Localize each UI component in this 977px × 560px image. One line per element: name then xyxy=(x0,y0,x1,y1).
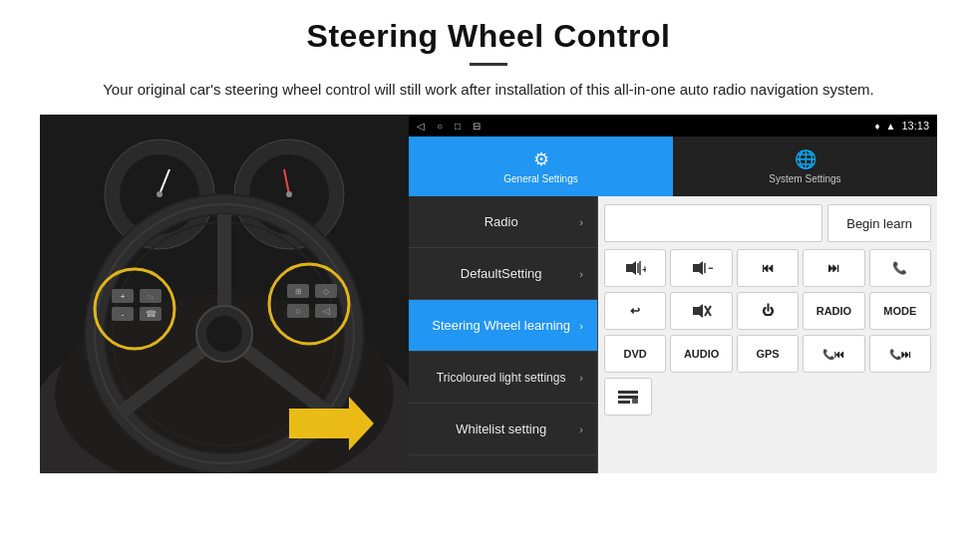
control-btn-row-1: + − ⏮ ⏭ 📞 xyxy=(604,249,931,287)
title-divider xyxy=(470,63,507,66)
main-content: Radio › DefaultSetting › Steering Wheel … xyxy=(409,196,937,473)
tel-prev-button[interactable]: 📞⏮ xyxy=(803,335,864,373)
menu-icon[interactable]: ⊟ xyxy=(473,121,481,132)
radio-button[interactable]: RADIO xyxy=(803,292,864,330)
mode-button[interactable]: MODE xyxy=(869,292,931,330)
begin-learn-row: Begin learn xyxy=(604,202,931,244)
status-bar-nav-icons: ◁ ○ □ ⊟ xyxy=(417,121,481,132)
svg-text:◇: ◇ xyxy=(323,287,330,296)
vol-up-button[interactable]: + xyxy=(604,249,666,287)
status-bar-info: ♦ ▲ 13:13 xyxy=(874,120,929,132)
right-panel: Begin learn + − ⏮ ⏭ 📞 xyxy=(598,196,937,473)
chevron-right-icon: › xyxy=(579,216,583,228)
content-row: + - ↑↓ ☎ ⊞ ◇ ○ ◁ xyxy=(40,115,937,473)
menu-item-steering-wheel[interactable]: Steering Wheel learning › xyxy=(409,300,597,352)
audio-button[interactable]: AUDIO xyxy=(670,335,732,373)
next-track-button[interactable]: ⏭ xyxy=(803,249,864,287)
svg-rect-49 xyxy=(618,391,638,394)
svg-text:☎: ☎ xyxy=(146,309,157,319)
svg-text:⊞: ⊞ xyxy=(295,287,302,296)
power-button[interactable]: ⏻ xyxy=(737,292,799,330)
svg-text:↑↓: ↑↓ xyxy=(148,293,155,300)
tel-next-button[interactable]: 📞⏭ xyxy=(869,335,931,373)
svg-text:−: − xyxy=(708,261,713,275)
tab-bar: ⚙ General Settings 🌐 System Settings xyxy=(409,137,937,196)
phone-answer-button[interactable]: 📞 xyxy=(869,249,931,287)
globe-icon: 🌐 xyxy=(795,148,816,170)
tab-general-settings[interactable]: ⚙ General Settings xyxy=(409,137,673,196)
chevron-right-icon: › xyxy=(579,320,583,332)
chevron-right-icon: › xyxy=(579,268,583,280)
control-btn-row-3: DVD AUDIO GPS 📞⏮ 📞⏭ xyxy=(604,335,931,373)
menu-item-default-setting[interactable]: DefaultSetting › xyxy=(409,248,597,300)
android-ui: ◁ ○ □ ⊟ ♦ ▲ 13:13 ⚙ General Settings xyxy=(409,115,937,473)
learn-input-field[interactable] xyxy=(604,204,822,242)
begin-learn-button[interactable]: Begin learn xyxy=(827,204,931,242)
vol-down-button[interactable]: − xyxy=(670,249,732,287)
svg-point-19 xyxy=(206,316,242,352)
left-menu: Radio › DefaultSetting › Steering Wheel … xyxy=(409,196,598,473)
svg-text:-: - xyxy=(122,310,125,319)
page-title: Steering Wheel Control xyxy=(307,18,671,55)
svg-point-9 xyxy=(157,191,163,197)
menu-item-tricoloured[interactable]: Tricoloured light settings › xyxy=(409,352,597,404)
svg-rect-50 xyxy=(618,396,638,399)
svg-rect-52 xyxy=(632,399,638,404)
home-icon[interactable]: ○ xyxy=(437,121,443,132)
svg-text:◁: ◁ xyxy=(323,306,330,316)
svg-marker-46 xyxy=(693,304,703,318)
prev-track-button[interactable]: ⏮ xyxy=(737,249,799,287)
svg-text:○: ○ xyxy=(295,306,300,316)
hang-up-button[interactable]: ↩ xyxy=(604,292,666,330)
svg-point-10 xyxy=(286,191,292,197)
list-icon-button[interactable] xyxy=(604,378,652,416)
svg-marker-43 xyxy=(693,261,703,275)
steering-wheel-image: + - ↑↓ ☎ ⊞ ◇ ○ ◁ xyxy=(40,115,409,473)
gps-icon: ♦ xyxy=(874,121,879,132)
menu-item-whitelist[interactable]: Whitelist setting › xyxy=(409,404,597,455)
mute-button[interactable] xyxy=(670,292,732,330)
svg-text:+: + xyxy=(642,264,646,275)
gear-icon: ⚙ xyxy=(533,148,549,170)
clock: 13:13 xyxy=(901,120,929,132)
bottom-icon-row xyxy=(604,378,931,416)
status-bar: ◁ ○ □ ⊟ ♦ ▲ 13:13 xyxy=(409,115,937,137)
menu-item-radio[interactable]: Radio › xyxy=(409,196,597,248)
wifi-icon: ▲ xyxy=(886,121,896,132)
gps-button[interactable]: GPS xyxy=(737,335,799,373)
control-btn-row-2: ↩ ⏻ RADIO MODE xyxy=(604,292,931,330)
chevron-right-icon: › xyxy=(579,423,583,435)
page-subtitle: Your original car's steering wheel contr… xyxy=(103,78,874,101)
svg-rect-51 xyxy=(618,401,630,404)
chevron-right-icon: › xyxy=(579,372,583,384)
svg-marker-39 xyxy=(626,261,636,275)
recents-icon[interactable]: □ xyxy=(455,121,461,132)
back-icon[interactable]: ◁ xyxy=(417,121,425,132)
tab-system-settings[interactable]: 🌐 System Settings xyxy=(673,137,937,196)
dvd-button[interactable]: DVD xyxy=(604,335,666,373)
svg-text:+: + xyxy=(121,292,126,301)
